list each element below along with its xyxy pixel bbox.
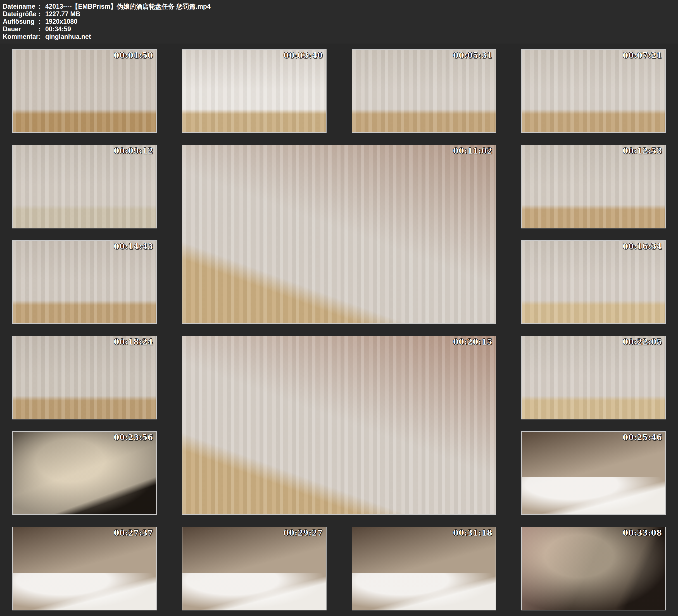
- metadata-separator: :: [39, 3, 42, 10]
- timestamp-overlay: 00:25:46: [623, 433, 662, 442]
- timestamp-overlay: 00:16:34: [623, 242, 662, 251]
- metadata-row-resolution: Auflösung:1920x1080: [3, 18, 678, 26]
- metadata-label: Dateiname: [3, 3, 39, 10]
- timestamp-overlay: 00:23:56: [114, 433, 153, 442]
- metadata-label: Auflösung: [3, 18, 39, 26]
- metadata-separator: :: [39, 10, 42, 18]
- timestamp-overlay: 00:14:43: [114, 242, 153, 251]
- metadata-row-filesize: Dateigröße:1227.77 MB: [3, 10, 678, 18]
- metadata-row-duration: Dauer:00:34:59: [3, 26, 678, 33]
- metadata-label: Kommentar: [3, 33, 39, 40]
- video-thumbnail: 00:16:34: [521, 240, 666, 324]
- video-thumbnail: 00:22:05: [521, 336, 666, 419]
- video-thumbnail: 00:09:12: [12, 145, 157, 228]
- video-thumbnail: 00:01:50: [12, 49, 157, 133]
- metadata-label: Dateigröße: [3, 10, 39, 18]
- metadata-row-filename: Dateiname:42013----【EMBPrism】伪娘的酒店轮盘任务 惩…: [3, 3, 678, 10]
- filesize-value: 1227.77 MB: [45, 10, 80, 18]
- timestamp-overlay: 00:07:21: [623, 51, 662, 60]
- video-thumbnail: 00:27:37: [12, 527, 157, 610]
- metadata-separator: :: [39, 33, 42, 40]
- video-thumbnail: 00:29:27: [182, 527, 326, 610]
- timestamp-overlay: 00:05:31: [453, 51, 492, 60]
- timestamp-overlay: 00:31:18: [453, 529, 492, 537]
- metadata-separator: :: [39, 26, 42, 33]
- video-thumbnail: 00:23:56: [12, 431, 157, 515]
- video-thumbnail-large: 00:11:02: [182, 145, 496, 324]
- video-thumbnail: 00:12:53: [521, 145, 666, 228]
- video-thumbnail: 00:25:46: [521, 431, 666, 515]
- timestamp-overlay: 00:11:02: [453, 147, 492, 155]
- video-thumbnail: 00:18:24: [12, 336, 157, 419]
- timestamp-overlay: 00:18:24: [114, 338, 153, 346]
- file-metadata-header: Dateiname:42013----【EMBPrism】伪娘的酒店轮盘任务 惩…: [0, 0, 678, 44]
- video-thumbnail: 00:03:40: [182, 49, 326, 133]
- timestamp-overlay: 00:09:12: [114, 147, 153, 155]
- timestamp-overlay: 00:12:53: [623, 147, 662, 155]
- timestamp-overlay: 00:01:50: [114, 51, 153, 60]
- video-thumbnail: 00:31:18: [352, 527, 496, 610]
- video-thumbnail: 00:05:31: [352, 49, 496, 133]
- video-thumbnail: 00:07:21: [521, 49, 666, 133]
- timestamp-overlay: 00:29:27: [284, 529, 323, 537]
- metadata-label: Dauer: [3, 26, 39, 33]
- comment-value: qinglanhua.net: [45, 33, 91, 40]
- thumbnail-grid: 00:01:50 00:03:40 00:05:31 00:07:21 00:0…: [1, 45, 677, 615]
- timestamp-overlay: 00:20:15: [453, 338, 492, 346]
- video-thumbnail: 00:33:08: [521, 527, 666, 610]
- video-thumbnail: 00:14:43: [12, 240, 157, 324]
- metadata-separator: :: [39, 18, 42, 26]
- video-thumbnail-large: 00:20:15: [182, 336, 496, 515]
- duration-value: 00:34:59: [45, 26, 71, 33]
- timestamp-overlay: 00:27:37: [114, 529, 153, 537]
- metadata-row-comment: Kommentar:qinglanhua.net: [3, 33, 678, 40]
- filename-value: 42013----【EMBPrism】伪娘的酒店轮盘任务 惩罚篇.mp4: [45, 3, 211, 10]
- timestamp-overlay: 00:22:05: [623, 338, 662, 346]
- timestamp-overlay: 00:03:40: [284, 51, 323, 60]
- resolution-value: 1920x1080: [45, 18, 77, 26]
- timestamp-overlay: 00:33:08: [623, 529, 662, 537]
